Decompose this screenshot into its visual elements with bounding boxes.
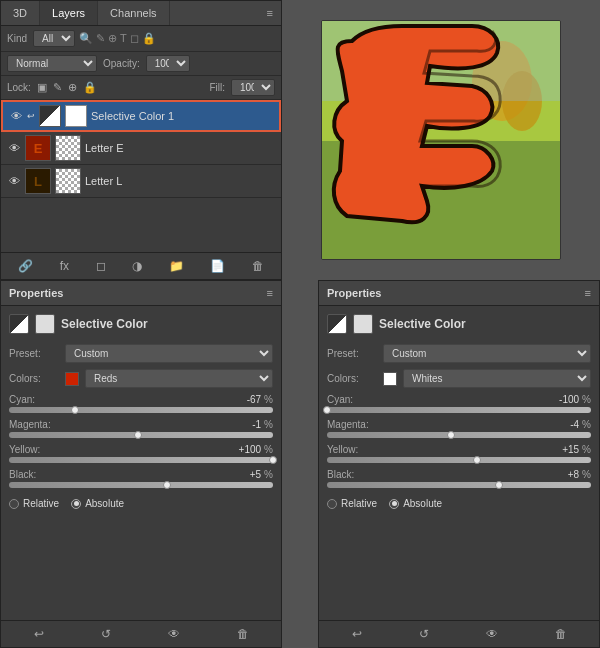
layer-letter-e[interactable]: 👁 E Letter E: [1, 132, 281, 165]
props-options-left-icon[interactable]: ≡: [267, 287, 273, 299]
preset-select-right[interactable]: Custom: [383, 344, 591, 363]
black-thumb-left[interactable]: [163, 481, 171, 489]
magenta-thumb-left[interactable]: [134, 431, 142, 439]
black-thumb-right[interactable]: [495, 481, 503, 489]
yellow-pct-left: %: [264, 444, 273, 455]
props-options-right-icon[interactable]: ≡: [585, 287, 591, 299]
layer-link-icon: ↩: [27, 111, 35, 121]
props-header-right: Properties ≡: [319, 281, 599, 306]
yellow-slider-left[interactable]: [9, 457, 273, 463]
black-row-left: Black: +5 %: [9, 469, 273, 488]
absolute-radio-circle-right[interactable]: [389, 499, 399, 509]
colors-label-left: Colors:: [9, 373, 59, 384]
yellow-row-left: Yellow: +100 %: [9, 444, 273, 463]
yellow-thumb-right[interactable]: [473, 456, 481, 464]
canvas-preview: [321, 20, 561, 260]
lock-position-icon[interactable]: ⊕: [68, 81, 77, 94]
yellow-value-right: +15: [543, 444, 579, 455]
cyan-thumb-left[interactable]: [71, 406, 79, 414]
tab-3d[interactable]: 3D: [1, 1, 40, 25]
cyan-row-left: Cyan: -67 %: [9, 394, 273, 413]
new-layer-icon[interactable]: 📄: [206, 257, 229, 275]
cyan-value-right: -100: [543, 394, 579, 405]
sc-icon-left: [9, 314, 29, 334]
visibility-icon-right[interactable]: 👁: [482, 625, 502, 643]
kind-row: Kind All 🔍 ✎ ⊕ T ◻ 🔒: [1, 26, 281, 52]
panel-tabs: 3D Layers Channels ≡: [1, 1, 281, 26]
delete-icon-left[interactable]: 🗑: [233, 625, 253, 643]
yellow-thumb-left[interactable]: [269, 456, 277, 464]
reset-icon-left[interactable]: ↩: [30, 625, 48, 643]
yellow-slider-right[interactable]: [327, 457, 591, 463]
visibility-icon-left[interactable]: 👁: [164, 625, 184, 643]
lock-transparent-icon[interactable]: ▣: [37, 81, 47, 94]
yellow-row-right: Yellow: +15 %: [327, 444, 591, 463]
absolute-label-left: Absolute: [85, 498, 124, 509]
cyan-slider-left[interactable]: [9, 407, 273, 413]
colors-select-left[interactable]: Reds: [85, 369, 273, 388]
black-slider-left[interactable]: [9, 482, 273, 488]
undo-icon-left[interactable]: ↺: [97, 625, 115, 643]
fill-select[interactable]: 100%: [231, 79, 275, 96]
add-mask-icon[interactable]: ◻: [92, 257, 110, 275]
preset-label-right: Preset:: [327, 348, 377, 359]
magenta-slider-right[interactable]: [327, 432, 591, 438]
magenta-label-right: Magenta:: [327, 419, 369, 430]
layers-panel: 3D Layers Channels ≡ Kind All 🔍 ✎ ⊕ T ◻ …: [0, 0, 282, 280]
cyan-thumb-right[interactable]: [323, 406, 331, 414]
black-slider-right[interactable]: [327, 482, 591, 488]
relative-radio-circle-left[interactable]: [9, 499, 19, 509]
new-adjustment-icon[interactable]: ◑: [128, 257, 146, 275]
delete-layer-icon[interactable]: 🗑: [248, 257, 268, 275]
props-bottom-bar-right: ↩ ↺ 👁 🗑: [319, 620, 599, 647]
new-group-icon[interactable]: 📁: [165, 257, 188, 275]
sc-header-left: Selective Color: [9, 314, 273, 334]
tab-channels[interactable]: Channels: [98, 1, 169, 25]
panel-options-icon[interactable]: ≡: [259, 1, 281, 25]
undo-icon-right[interactable]: ↺: [415, 625, 433, 643]
radio-row-left: Relative Absolute: [9, 494, 273, 509]
cyan-slider-right[interactable]: [327, 407, 591, 413]
magenta-label-left: Magenta:: [9, 419, 51, 430]
magenta-thumb-right[interactable]: [447, 431, 455, 439]
layer-visibility-icon[interactable]: 👁: [9, 109, 23, 123]
absolute-radio-right[interactable]: Absolute: [389, 498, 442, 509]
black-label-left: Black:: [9, 469, 36, 480]
layer-visibility-icon[interactable]: 👁: [7, 141, 21, 155]
relative-radio-right[interactable]: Relative: [327, 498, 377, 509]
lock-all-icon[interactable]: 🔒: [83, 81, 97, 94]
absolute-radio-circle-left[interactable]: [71, 499, 81, 509]
relative-label-left: Relative: [23, 498, 59, 509]
link-layers-icon[interactable]: 🔗: [14, 257, 37, 275]
relative-label-right: Relative: [341, 498, 377, 509]
layer-visibility-icon[interactable]: 👁: [7, 174, 21, 188]
black-pct-right: %: [582, 469, 591, 480]
kind-select[interactable]: All: [33, 30, 75, 47]
sc-label-right: Selective Color: [379, 317, 466, 331]
preset-select-left[interactable]: Custom: [65, 344, 273, 363]
sc-icon-right: [327, 314, 347, 334]
preset-row-right: Preset: Custom: [327, 344, 591, 363]
absolute-radio-dot-right: [392, 501, 397, 506]
tab-layers[interactable]: Layers: [40, 1, 98, 25]
blend-mode-select[interactable]: Normal: [7, 55, 97, 72]
colors-label-right: Colors:: [327, 373, 377, 384]
relative-radio-left[interactable]: Relative: [9, 498, 59, 509]
magenta-slider-left[interactable]: [9, 432, 273, 438]
props-header-left: Properties ≡: [1, 281, 281, 306]
relative-radio-circle-right[interactable]: [327, 499, 337, 509]
yellow-pct-right: %: [582, 444, 591, 455]
layer-selective-color-1[interactable]: 👁 ↩ Selective Color 1: [1, 100, 281, 132]
add-style-icon[interactable]: fx: [56, 257, 73, 275]
lock-image-icon[interactable]: ✎: [53, 81, 62, 94]
reset-icon-right[interactable]: ↩: [348, 625, 366, 643]
delete-icon-right[interactable]: 🗑: [551, 625, 571, 643]
opacity-select[interactable]: 100%: [146, 55, 190, 72]
colors-row-left: Colors: Reds: [9, 369, 273, 388]
absolute-radio-left[interactable]: Absolute: [71, 498, 124, 509]
preset-row-left: Preset: Custom: [9, 344, 273, 363]
sc-header-right: Selective Color: [327, 314, 591, 334]
layer-letter-l[interactable]: 👁 L Letter L: [1, 165, 281, 198]
colors-select-right[interactable]: Whites: [403, 369, 591, 388]
black-row-right: Black: +8 %: [327, 469, 591, 488]
